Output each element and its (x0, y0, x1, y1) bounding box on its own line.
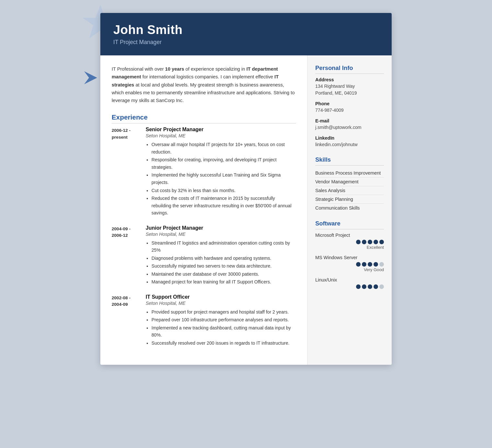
exp-item-2: 2004-09 - 2006-12 Junior Project Manager… (112, 225, 296, 286)
dot (356, 284, 361, 289)
dot (362, 284, 366, 289)
email-label: E-mail (315, 118, 384, 123)
dot (362, 262, 366, 267)
bullets-2: Streamlined IT logistics and administrat… (146, 239, 296, 286)
bullet: Cut costs by 32% in less than six months… (151, 187, 296, 194)
dots-row-1 (315, 240, 384, 244)
software-name-3: Linux/Unix (315, 277, 384, 282)
software-item-1: Microsoft Project Excellent (315, 233, 384, 250)
phone-value: 774-987-4009 (315, 107, 384, 114)
dot (368, 240, 372, 244)
software-title: Software (315, 220, 384, 229)
skill-item: Sales Analysis (315, 186, 384, 195)
bullet: Responsible for creating, improving, and… (151, 156, 296, 171)
dots-row-2 (315, 262, 384, 267)
personal-info-title: Personal Info (315, 64, 384, 74)
bullet: Provided support for project managers an… (151, 308, 296, 316)
experience-title: Experience (112, 113, 296, 123)
dot (379, 240, 384, 244)
exp-details-2: Junior Project Manager Seton Hospital, M… (146, 225, 296, 286)
software-item-3: Linux/Unix (315, 277, 384, 289)
main-content: IT Professional with over 10 years of ex… (100, 55, 308, 365)
software-item-2: MS Windows Server Very Good (315, 255, 384, 272)
dot (374, 240, 378, 244)
software-section: Software Microsoft Project Excellent (315, 220, 384, 289)
bullet: Oversaw all major hospital IT projects f… (151, 141, 296, 155)
linkedin-block: LinkedIn linkedin.com/johnutw (315, 135, 384, 148)
address-label: Address (315, 77, 384, 82)
email-block: E-mail j.smith@uptowork.com (315, 118, 384, 131)
phone-label: Phone (315, 101, 384, 106)
exp-details-1: Senior Project Manager Seton Hospital, M… (146, 127, 296, 217)
resume-body: IT Professional with over 10 years of ex… (100, 55, 392, 365)
summary-text: IT Professional with over 10 years of ex… (112, 65, 296, 104)
bullet: Prepared over 100 infrastructure perform… (151, 316, 296, 324)
resume-card: John Smith IT Project Manager IT Profess… (100, 13, 392, 365)
dot (374, 262, 378, 267)
dot (379, 284, 384, 289)
bullet: Maintained the user database of over 300… (151, 270, 296, 278)
dot (362, 240, 366, 244)
candidate-name: John Smith (113, 23, 379, 37)
email-value: j.smith@uptowork.com (315, 124, 384, 131)
linkedin-label: LinkedIn (315, 135, 384, 141)
skill-item: Business Process Improvement (315, 169, 384, 178)
exp-details-3: IT Support Officer Seton Hospital, ME Pr… (146, 294, 296, 348)
address-block: Address 134 Rightward WayPortland, ME, 0… (315, 77, 384, 97)
bullets-3: Provided support for project managers an… (146, 308, 296, 347)
software-name-2: MS Windows Server (315, 255, 384, 260)
software-name-1: Microsoft Project (315, 233, 384, 238)
skills-list: Business Process Improvement Vendor Mana… (315, 169, 384, 212)
candidate-title: IT Project Manager (113, 39, 379, 46)
bullet: Diagnosed problems with hardware and ope… (151, 255, 296, 262)
resume-header: John Smith IT Project Manager (100, 13, 392, 55)
bullet: Reduced the costs of IT maintenance in 2… (151, 195, 296, 217)
dot (368, 284, 372, 289)
bullet: Implemented the highly successful Lean T… (151, 171, 296, 186)
job-title-2: Junior Project Manager (146, 225, 296, 231)
exp-item-1: 2006-12 - present Senior Project Manager… (112, 127, 296, 217)
job-title-3: IT Support Officer (146, 294, 296, 300)
address-value: 134 Rightward WayPortland, ME, 04019 (315, 83, 384, 97)
dot (356, 262, 361, 267)
linkedin-value: linkedin.com/johnutw (315, 141, 384, 148)
dot (374, 284, 378, 289)
skill-item: Communication Skills (315, 204, 384, 212)
dots-row-3 (315, 284, 384, 289)
sidebar: Personal Info Address 134 Rightward WayP… (308, 55, 392, 365)
bullets-1: Oversaw all major hospital IT projects f… (146, 141, 296, 216)
company-2: Seton Hospital, ME (146, 232, 296, 237)
exp-dates-3: 2002-08 - 2004-09 (112, 294, 146, 348)
bullet: Streamlined IT logistics and administrat… (151, 239, 296, 254)
rating-label-2: Very Good (315, 267, 384, 272)
job-title-1: Senior Project Manager (146, 127, 296, 132)
personal-info-section: Personal Info Address 134 Rightward WayP… (315, 64, 384, 148)
dot (379, 262, 384, 267)
resume-wrapper: John Smith IT Project Manager IT Profess… (100, 13, 392, 365)
svg-marker-1 (84, 71, 97, 84)
skills-title: Skills (315, 156, 384, 166)
exp-dates-1: 2006-12 - present (112, 127, 146, 217)
bullet: Successfully migrated two servers to new… (151, 262, 296, 270)
skill-item: Vendor Management (315, 178, 384, 186)
bullet: Successfully resolved over 200 issues in… (151, 339, 296, 347)
dot (368, 262, 372, 267)
phone-block: Phone 774-987-4009 (315, 101, 384, 114)
skill-item: Strategic Planning (315, 195, 384, 204)
bullet: Managed project for lean training for al… (151, 278, 296, 286)
rating-label-1: Excellent (315, 245, 384, 250)
dot (356, 240, 361, 244)
experience-section: Experience 2006-12 - present Senior Proj… (112, 113, 296, 347)
company-1: Seton Hospital, ME (146, 133, 296, 138)
exp-item-3: 2002-08 - 2004-09 IT Support Officer Set… (112, 294, 296, 348)
skills-section: Skills Business Process Improvement Vend… (315, 156, 384, 212)
company-3: Seton Hospital, ME (146, 301, 296, 306)
exp-dates-2: 2004-09 - 2006-12 (112, 225, 146, 286)
bullet: Implemented a new tracking dashboard, cu… (151, 324, 296, 339)
